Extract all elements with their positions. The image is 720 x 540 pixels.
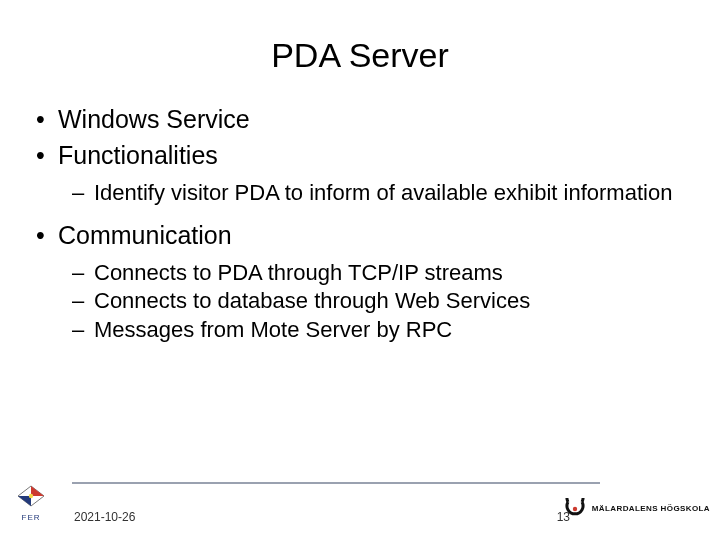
- sub-bullet-list: Identify visitor PDA to inform of availa…: [58, 179, 690, 208]
- malardalen-logo-label: MÄLARDALENS HÖGSKOLA: [592, 505, 710, 513]
- bullet-list: Windows Service Functionalities Identify…: [30, 103, 690, 345]
- svg-point-3: [29, 494, 33, 498]
- bullet-item: Communication Connects to PDA through TC…: [30, 219, 690, 345]
- sub-bullet-item: Messages from Mote Server by RPC: [58, 316, 690, 345]
- sub-bullet-item: Identify visitor PDA to inform of availa…: [58, 179, 690, 208]
- fer-logo-label: FER: [14, 513, 48, 522]
- malardalen-logo: MÄLARDALENS HÖGSKOLA: [562, 498, 710, 520]
- slide-title: PDA Server: [30, 36, 690, 75]
- sub-bullet-item: Connects to database through Web Service…: [58, 287, 690, 316]
- bullet-item: Windows Service: [30, 103, 690, 137]
- bullet-item: Functionalities Identify visitor PDA to …: [30, 139, 690, 207]
- sub-bullet-item: Connects to PDA through TCP/IP streams: [58, 259, 690, 288]
- fer-logo-icon: [14, 484, 48, 510]
- fer-logo: FER: [14, 484, 48, 522]
- bullet-text: Communication: [58, 221, 232, 249]
- footer-date: 2021-10-26: [74, 510, 135, 524]
- malardalen-logo-icon: [562, 498, 588, 520]
- bullet-text: Functionalities: [58, 141, 218, 169]
- svg-point-4: [573, 507, 577, 511]
- sub-bullet-list: Connects to PDA through TCP/IP streams C…: [58, 259, 690, 345]
- slide: PDA Server Windows Service Functionaliti…: [0, 0, 720, 540]
- footer: FER 2021-10-26 13 MÄLARDALENS HÖGSKOLA: [0, 482, 720, 528]
- footer-divider: [72, 482, 600, 484]
